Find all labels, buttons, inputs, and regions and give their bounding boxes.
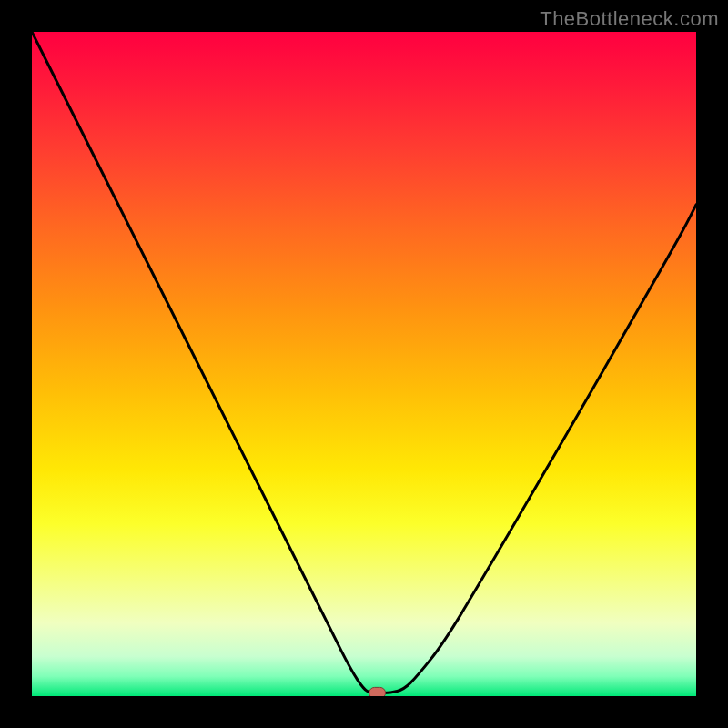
watermark-text: TheBottleneck.com	[540, 7, 719, 31]
plot-area	[32, 32, 696, 696]
chart-frame: TheBottleneck.com	[0, 0, 728, 728]
minimum-marker	[369, 687, 386, 696]
chart-svg	[32, 32, 696, 696]
gradient-background	[32, 32, 696, 696]
